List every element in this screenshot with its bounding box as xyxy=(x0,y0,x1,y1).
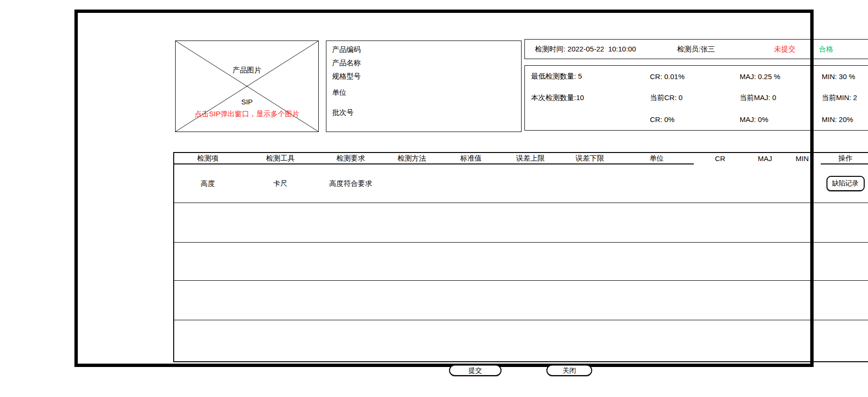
product-fields-panel: 产品编码 产品名称 规格型号 单位 批次号 xyxy=(326,41,522,132)
stat-current-maj: 当前MAJ: 0 xyxy=(740,93,822,102)
product-image-label: 产品图片 xyxy=(176,66,318,75)
table-header-row: 检测项 检测工具 检测要求 检测方法 标准值 误差上限 误差下限 单位 CR M… xyxy=(174,153,868,164)
stat-min-limit: MIN: 30 % xyxy=(822,72,868,81)
table-empty-row xyxy=(174,203,868,243)
cell-item: 高度 xyxy=(174,164,241,203)
inspector-name: 检测员:张三 xyxy=(677,40,715,59)
table-empty-row xyxy=(174,243,868,281)
stat-min-inspect-qty: 最低检测数量: 5 xyxy=(531,72,650,81)
inspection-table-container: 检测项 检测工具 检测要求 检测方法 标准值 误差上限 误差下限 单位 CR M… xyxy=(173,152,868,362)
stat-cr-rate: CR: 0% xyxy=(650,115,740,123)
field-product-name: 产品名称 xyxy=(332,58,521,68)
field-spec-model: 规格型号 xyxy=(332,71,521,81)
table-empty-row xyxy=(174,320,868,362)
sip-hint-text: 点击SIP弹出窗口，显示多个图片 xyxy=(176,110,318,119)
close-button[interactable]: 关闭 xyxy=(546,365,592,376)
field-batch-no: 批次号 xyxy=(332,108,521,117)
table-empty-row xyxy=(174,281,868,320)
stat-min-rate: MIN: 20% xyxy=(822,115,868,123)
col-unit: 单位 xyxy=(619,153,694,164)
col-inspect-requirement: 检测要求 xyxy=(319,153,382,164)
field-product-code: 产品编码 xyxy=(332,45,521,54)
stat-maj-limit: MAJ: 0.25 % xyxy=(740,72,822,81)
stat-maj-rate: MAJ: 0% xyxy=(740,115,822,123)
stat-current-min: 当前MIN: 2 xyxy=(822,93,868,102)
field-unit: 单位 xyxy=(332,88,521,97)
col-cr: CR xyxy=(694,153,746,164)
cell-requirement: 高度符合要求 xyxy=(319,164,382,203)
inspection-header: 检测时间: 2022-05-22 10:10:00 检测员:张三 未提交 合格 xyxy=(524,39,868,59)
col-action: 操作 xyxy=(821,153,868,164)
col-error-upper: 误差上限 xyxy=(501,153,560,164)
screen: 产品图片 SIP 点击SIP弹出窗口，显示多个图片 产品编码 产品名称 规格型号… xyxy=(0,0,868,397)
status-qualified-badge: 合格 xyxy=(819,40,833,59)
inspection-time: 检测时间: 2022-05-22 10:10:00 xyxy=(535,40,636,59)
col-error-lower: 误差下限 xyxy=(560,153,619,164)
defect-record-button[interactable]: 缺陷记录 xyxy=(826,176,865,191)
col-inspect-item: 检测项 xyxy=(174,153,241,164)
status-unsubmitted-badge: 未提交 xyxy=(774,40,795,59)
cell-tool: 卡尺 xyxy=(241,164,319,203)
col-inspect-method: 检测方法 xyxy=(382,153,441,164)
submit-button[interactable]: 提交 xyxy=(449,365,502,376)
col-min: MIN xyxy=(784,153,821,164)
sip-label[interactable]: SIP xyxy=(176,98,318,106)
inspection-table: 检测项 检测工具 检测要求 检测方法 标准值 误差上限 误差下限 单位 CR M… xyxy=(173,152,868,362)
cell-action: 缺陷记录 xyxy=(821,164,868,203)
stat-current-cr: 当前CR: 0 xyxy=(650,93,740,102)
product-image-placeholder[interactable]: 产品图片 SIP 点击SIP弹出窗口，显示多个图片 xyxy=(175,41,319,132)
col-maj: MAJ xyxy=(746,153,784,164)
col-standard-value: 标准值 xyxy=(441,153,501,164)
inspection-stats-panel: 最低检测数量: 5 CR: 0.01% MAJ: 0.25 % MIN: 30 … xyxy=(524,65,868,131)
stat-cr-limit: CR: 0.01% xyxy=(650,72,740,81)
table-row: 高度 卡尺 高度符合要求 缺陷记录 xyxy=(174,164,868,203)
stat-current-inspect-qty: 本次检测数量:10 xyxy=(531,93,650,102)
col-inspect-tool: 检测工具 xyxy=(241,153,319,164)
window-frame: 产品图片 SIP 点击SIP弹出窗口，显示多个图片 产品编码 产品名称 规格型号… xyxy=(74,10,814,367)
